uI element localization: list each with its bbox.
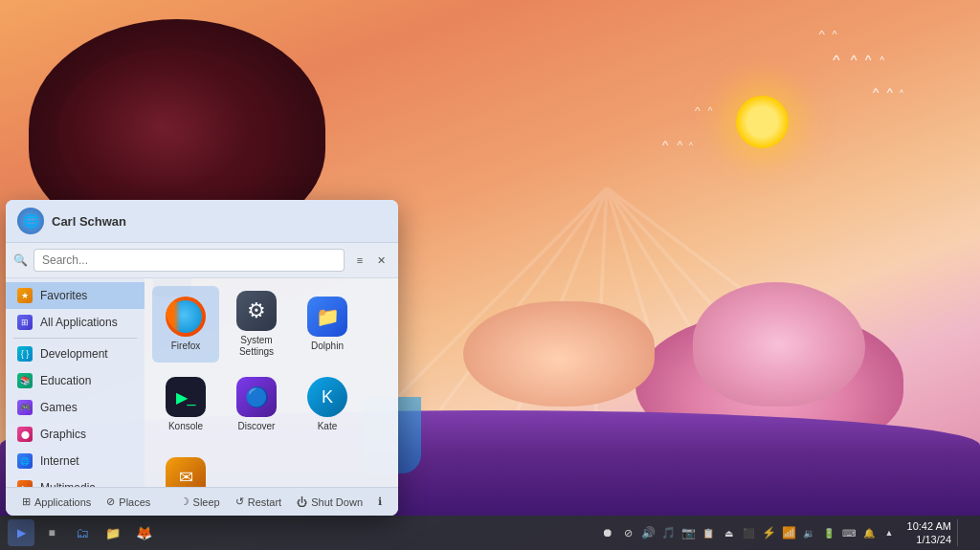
app-settings-icon: ⚙ [236,291,277,331]
birds-decoration-3: ∧ ∧ ∧ ∧ [834,53,884,62]
tray-notifications[interactable]: 🔔 [860,524,878,541]
footer-places-btn[interactable]: ⊘ Places [100,493,157,511]
app-kate[interactable]: K Kate [294,366,361,443]
category-graphics[interactable]: ⬤ Graphics [6,421,145,448]
category-games-label: Games [40,401,78,414]
tray-clipboard[interactable]: 📋 [700,524,717,541]
app-kontact-icon: ✉ [166,457,206,487]
birds-decoration-4: ∧ ∧ [819,29,836,36]
taskbar: ▶ ■ 🗂 📁 🦊 ⏺ ⊘ 🔊 🎵 📷 [0,516,980,550]
system-tray: ⏺ ⊘ 🔊 🎵 📷 📋 ⏏ ⬛ ⚡ 📶 🔉 🔋 ⌨ 🔔 ▲ [599,524,898,541]
category-graphics-icon: ⬤ [17,427,33,442]
start-menu: 🌐 Carl Schwan 🔍 ≡ ✕ ★ Favorites ⊞ [6,200,398,516]
svg-line-7 [607,188,830,356]
desktop: ∧ ∧ ∧ ∧ ∧ ∧ ∧ ∧ ∧ ∧ ∧ ∧ ∧ ∧ ∧ ∧ ∧ ∧ [0,0,980,550]
applications-label: Applications [34,496,91,508]
tray-speaker[interactable]: 🔊 [639,524,657,541]
tray-slash[interactable]: ⊘ [619,524,636,541]
task-3-icon: 📁 [105,526,121,540]
tray-usb[interactable]: ⏏ [720,524,737,541]
taskbar-task-2[interactable]: 🗂 [69,519,96,546]
category-internet-label: Internet [40,454,79,468]
tray-camera[interactable]: 📷 [679,524,697,541]
birds-decoration: ∧ ∧ ∧ [115,38,144,47]
app-konsole-label: Konsole [168,421,203,432]
app-firefox-label: Firefox [171,341,201,352]
svg-line-4 [607,188,674,411]
sleep-label: Sleep [193,496,220,508]
tray-network[interactable]: ⬛ [740,524,757,541]
shutdown-btn[interactable]: ⏻ Shut Down [290,493,369,511]
menu-sidebar: ★ Favorites ⊞ All Applications { } Devel… [6,278,145,487]
taskbar-task-4[interactable]: 🦊 [130,519,157,546]
restart-icon: ↺ [235,495,244,508]
menu-body: ★ Favorites ⊞ All Applications { } Devel… [6,278,398,487]
app-firefox-icon [166,297,206,337]
svg-line-1 [439,188,607,411]
tray-power[interactable]: ⚡ [760,524,777,541]
config-btn-1[interactable]: ≡ [350,251,369,270]
apps-grid: Firefox ⚙ System Settings 📁 Dolphin [145,278,398,487]
tray-audio[interactable]: 🎵 [659,524,677,541]
show-desktop-btn[interactable] [957,519,972,546]
category-dev-label: Development [40,347,108,361]
applications-icon: ⊞ [22,495,31,508]
tray-wifi[interactable]: 📶 [780,524,797,541]
tray-record[interactable]: ⏺ [599,524,616,541]
app-konsole[interactable]: ▶_ Konsole [152,366,219,443]
app-konsole-icon: ▶_ [166,377,206,417]
category-games[interactable]: 🎮 Games [6,394,145,421]
taskbar-right: ⏺ ⊘ 🔊 🎵 📷 📋 ⏏ ⬛ ⚡ 📶 🔉 🔋 ⌨ 🔔 ▲ 10:42 AM 1… [599,519,972,547]
app-discover[interactable]: 🔵 Discover [223,366,290,443]
taskbar-left: ▶ ■ 🗂 📁 🦊 [8,519,157,546]
user-avatar: 🌐 [17,208,44,234]
category-internet[interactable]: 🌐 Internet [6,448,145,474]
tray-keyboard[interactable]: ⌨ [840,524,858,541]
app-discover-icon: 🔵 [236,377,277,417]
sun-decoration [736,96,789,148]
tray-battery[interactable]: 🔋 [820,524,837,541]
tray-expand[interactable]: ▲ [880,524,898,541]
app-dolphin-icon: 📁 [307,297,347,337]
category-favorites-label: Favorites [40,289,87,302]
category-all-applications[interactable]: ⊞ All Applications [6,309,145,336]
svg-line-6 [607,188,808,411]
svg-line-0 [384,188,607,411]
category-multimedia-icon: ▶ [17,480,33,487]
category-all-label: All Applications [40,316,118,329]
footer-applications-btn[interactable]: ⊞ Applications [15,493,98,511]
restart-label: Restart [248,496,281,508]
search-input[interactable] [33,249,345,272]
power-buttons: ☽ Sleep ↺ Restart ⏻ Shut Down ℹ [173,493,389,511]
category-development[interactable]: { } Development [6,341,145,367]
category-games-icon: 🎮 [17,400,33,415]
config-btn-2[interactable]: ✕ [371,251,390,270]
category-favorites-icon: ★ [17,288,33,303]
category-favorites[interactable]: ★ Favorites [6,282,145,309]
more-btn[interactable]: ℹ [371,493,389,511]
category-graphics-label: Graphics [40,428,86,441]
tray-volume[interactable]: 🔉 [800,524,817,541]
cloud-pink [616,282,903,454]
category-multimedia[interactable]: ▶ Multimedia [6,474,145,487]
taskbar-task-3[interactable]: 📁 [100,519,126,546]
taskbar-task-1[interactable]: ■ [38,519,65,546]
task-1-icon: ■ [48,526,55,539]
category-edu-label: Education [40,374,91,387]
app-kontact[interactable]: ✉ Kontact [152,447,219,487]
menu-footer: ⊞ Applications ⊘ Places ☽ Sleep ↺ Restar… [6,487,398,516]
clock-date: 1/13/24 [903,533,951,546]
task-2-icon: 🗂 [76,525,89,540]
clock[interactable]: 10:42 AM 1/13/24 [903,519,951,547]
category-education[interactable]: 📚 Education [6,367,145,394]
birds-decoration-5: ∧ ∧ ∧ [873,86,903,95]
app-firefox[interactable]: Firefox [152,286,219,363]
app-dolphin[interactable]: 📁 Dolphin [294,286,361,363]
menu-search[interactable]: 🔍 ≡ ✕ [6,243,398,278]
shutdown-icon: ⏻ [297,496,307,508]
app-launcher-btn[interactable]: ▶ [8,519,34,546]
app-discover-label: Discover [238,421,276,432]
restart-btn[interactable]: ↺ Restart [229,493,288,511]
app-system-settings[interactable]: ⚙ System Settings [223,286,290,363]
sleep-btn[interactable]: ☽ Sleep [173,493,227,511]
